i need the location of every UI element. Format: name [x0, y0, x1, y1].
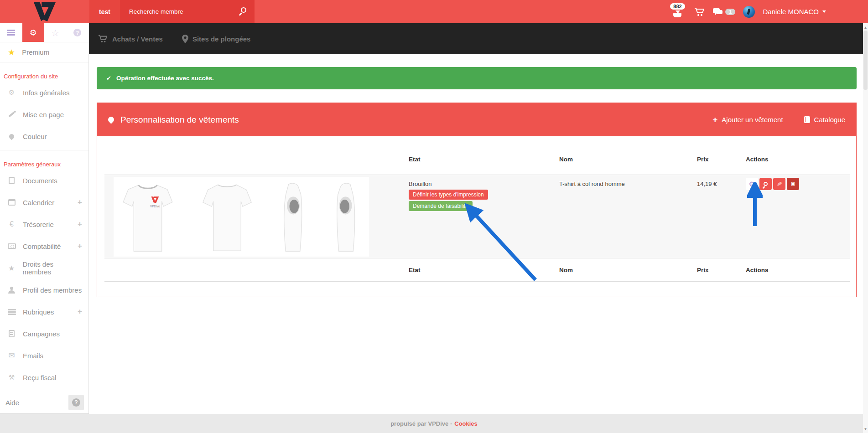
item-label: Mise en page	[23, 111, 64, 119]
site-name-tab[interactable]: test	[89, 0, 120, 23]
map-pin-icon	[182, 35, 188, 43]
row-delete-button[interactable]: ✖	[787, 178, 799, 190]
sidebar-item-infos-generales[interactable]: ⚙ Infos générales	[0, 82, 88, 103]
vpdive-logo-icon	[31, 1, 57, 22]
sidebar-item-rubriques[interactable]: Rubriques +	[0, 301, 88, 323]
cart-icon	[98, 35, 108, 43]
cookies-link[interactable]: Cookies	[454, 420, 478, 427]
sidebar-item-profil-des-membres[interactable]: Profil des membres	[0, 279, 88, 301]
avatar[interactable]	[743, 6, 755, 18]
file-text-icon	[7, 330, 16, 337]
page: test 882 1	[0, 0, 868, 433]
sidebar-tabbar: ⚙ ☆ ?	[0, 23, 88, 42]
panel-header: Personnalisation de vêtements + Ajouter …	[97, 103, 856, 136]
vpdive-logo[interactable]	[31, 1, 57, 24]
item-label: Calendrier	[23, 199, 54, 206]
column-footer-actions: Actions	[746, 267, 769, 273]
add-clothing-button[interactable]: + Ajouter un vêtement	[712, 115, 783, 124]
check-icon: ✔	[106, 75, 111, 82]
sidebar-item-tresorerie[interactable]: € Trésorerie +	[0, 213, 88, 235]
tshirt-front-image: VPDive	[121, 181, 175, 253]
item-label: Rubriques	[23, 308, 54, 316]
expand-plus-icon[interactable]: +	[78, 198, 82, 207]
column-footer-etat: Etat	[409, 267, 421, 273]
topbar-right-cluster: 882 1 Daniele MONACO	[669, 0, 826, 23]
notification-badge-button[interactable]: 882	[669, 2, 686, 20]
sidebar-item-campagnes[interactable]: Campagnes	[0, 323, 88, 345]
row-etat-value: Brouillon	[409, 180, 432, 187]
item-label: Droits des membres	[22, 260, 82, 276]
sidebar-item-aide[interactable]: Aide ?	[0, 392, 88, 413]
document-icon	[7, 177, 16, 184]
sidebar-item-calendrier[interactable]: Calendrier +	[0, 191, 88, 213]
table-header-row: Etat Nom Prix Actions	[104, 144, 850, 175]
panel-title: Personnalisation de vêtements	[120, 115, 239, 125]
expand-plus-icon[interactable]: +	[78, 242, 82, 251]
nav-label: Sites de plongées	[192, 35, 251, 43]
gear-icon: ⚙	[30, 28, 37, 37]
annotation-arrow-to-gear	[747, 182, 763, 229]
search-icon[interactable]	[241, 7, 246, 13]
tab-menu[interactable]	[0, 23, 22, 42]
sidebar-item-premium[interactable]: ★ Premium	[0, 42, 88, 62]
item-label: Documents	[23, 177, 57, 185]
expand-plus-icon[interactable]: +	[78, 307, 82, 316]
chat-icon	[713, 8, 723, 15]
tab-settings-active[interactable]: ⚙	[22, 23, 45, 42]
row-edit-button[interactable]: ✎	[773, 178, 785, 190]
column-footer-nom: Nom	[559, 267, 573, 273]
gavel-icon: ⚒	[7, 373, 16, 381]
scrollbar-thumb[interactable]	[863, 31, 868, 90]
aide-label: Aide	[5, 399, 19, 407]
catalogue-button[interactable]: Catalogue	[804, 116, 845, 124]
top-nav-bar: Achats / Ventes Sites de plongées	[89, 23, 863, 54]
expand-plus-icon[interactable]: +	[78, 220, 82, 229]
gear-icon: ⚙	[7, 88, 16, 97]
help-badge-button[interactable]: ?	[68, 395, 84, 410]
sidebar-item-emails[interactable]: ✉ Emails	[0, 345, 88, 366]
cart-icon	[694, 7, 705, 16]
star-icon: ★	[7, 264, 16, 273]
item-label: Couleur	[23, 133, 47, 140]
sidebar-item-comptabilite[interactable]: Comptabilité +	[0, 235, 88, 257]
vertical-scrollbar[interactable]: ▲ ▼	[863, 23, 868, 433]
svg-text:VPDive: VPDive	[150, 204, 160, 207]
premium-label: Premium	[22, 48, 49, 56]
banknote-icon	[7, 243, 16, 249]
column-header-prix: Prix	[697, 156, 709, 163]
magnifier-icon	[764, 182, 768, 186]
tshirt-side-left-image	[333, 181, 359, 253]
tab-help[interactable]: ?	[67, 23, 89, 42]
messages-button[interactable]: 1	[713, 8, 735, 15]
top-header-bar: test 882 1	[0, 0, 868, 23]
tab-favorites[interactable]: ☆	[44, 23, 67, 42]
sidebar-item-droits-des-membres[interactable]: ★ Droits des membres	[0, 257, 88, 279]
sidebar-item-recu-fiscal[interactable]: ⚒ Reçu fiscal	[0, 366, 88, 388]
annotation-arrow-to-feasibility	[457, 200, 541, 284]
product-images[interactable]: VPDive	[114, 177, 369, 257]
droplet-icon	[107, 115, 115, 124]
member-search	[120, 0, 255, 23]
nav-item-achats-ventes[interactable]: Achats / Ventes	[98, 35, 163, 43]
section-parametres-generaux: Paramètres géneraux	[0, 150, 88, 170]
sidebar-item-mise-en-page[interactable]: Mise en page	[0, 103, 88, 125]
calendar-icon	[7, 199, 16, 206]
cart-button[interactable]	[694, 7, 705, 16]
sidebar-item-couleur[interactable]: Couleur	[0, 125, 88, 147]
define-print-types-button[interactable]: Définir les types d'impression	[409, 190, 488, 200]
chevron-down-icon	[822, 10, 826, 13]
plus-icon: +	[712, 115, 717, 124]
sidebar-item-documents[interactable]: Documents	[0, 170, 88, 191]
user-menu[interactable]: Daniele MONACO	[763, 8, 826, 15]
row-nom-value: T-shirt à col rond homme	[559, 180, 625, 187]
nav-item-sites-plongees[interactable]: Sites de plongées	[182, 35, 251, 43]
question-icon: ?	[72, 398, 80, 407]
item-label: Campagnes	[23, 330, 60, 338]
scroll-up-arrow[interactable]: ▲	[863, 24, 868, 31]
menu-bars-icon	[7, 30, 15, 31]
section-configuration-du-site: Configuration du site	[0, 62, 88, 82]
member-search-input[interactable]	[120, 8, 225, 15]
scroll-down-arrow[interactable]: ▼	[863, 426, 868, 432]
item-label: Emails	[23, 352, 43, 360]
notification-count: 882	[670, 3, 685, 10]
